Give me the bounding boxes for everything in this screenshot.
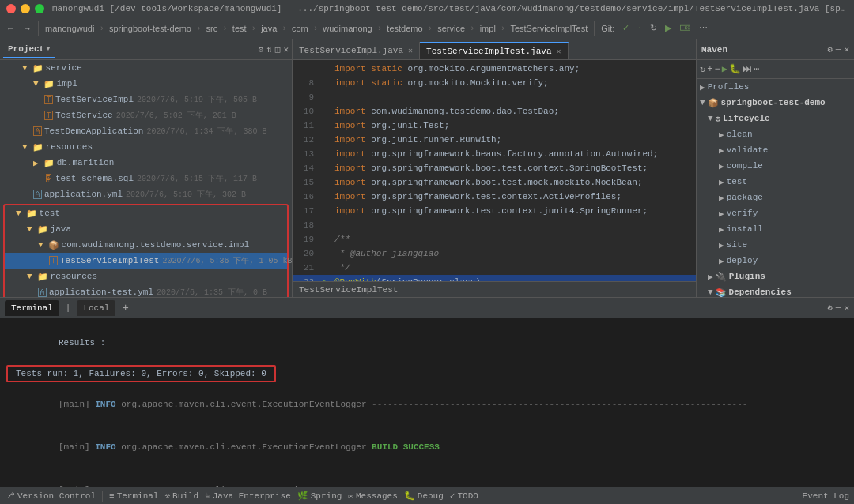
- testdemo-btn[interactable]: testdemo: [384, 21, 425, 36]
- maven-install[interactable]: ▶ install: [697, 221, 854, 237]
- tree-java-folder[interactable]: ▼ 📁 java: [5, 221, 287, 237]
- maven-profiles[interactable]: ▶ Profiles: [697, 79, 854, 95]
- maven-verify[interactable]: ▶ verify: [697, 205, 854, 221]
- maven-site[interactable]: ▶ site: [697, 237, 854, 253]
- status-git-label: Version Control: [17, 491, 96, 501]
- repo-btn[interactable]: springboot-test-demo: [106, 21, 195, 36]
- wudimanong-btn[interactable]: wudimanong: [319, 21, 375, 36]
- git-refresh-icon[interactable]: ↻: [647, 21, 660, 36]
- maven-run-icon[interactable]: ▶: [722, 63, 727, 75]
- status-terminal[interactable]: ≡ Terminal: [109, 491, 158, 501]
- git-arrow-icon[interactable]: ↑: [634, 21, 645, 36]
- status-git[interactable]: ⎇ Version Control: [5, 491, 96, 501]
- tree-resources2[interactable]: ▼ 📁 resources: [5, 269, 287, 284]
- tab-testserviceimpl[interactable]: TestServiceImpl.java ✕: [293, 42, 420, 59]
- project-tab[interactable]: Project: [8, 44, 44, 54]
- git-label[interactable]: Git:: [598, 21, 618, 36]
- project-name-btn[interactable]: manongwudi: [42, 21, 97, 36]
- maven-test[interactable]: ▶ test: [697, 174, 854, 190]
- maven-add-icon[interactable]: +: [707, 64, 712, 75]
- java-btn[interactable]: java: [258, 21, 280, 36]
- status-build[interactable]: ⚒ Build: [164, 491, 198, 501]
- new-terminal-button[interactable]: +: [119, 302, 131, 314]
- maven-run-debug-icon[interactable]: 🐛: [729, 63, 741, 75]
- tree-testserviceimpl[interactable]: 🅃 TestServiceImpl 2020/7/6, 5:19 下午, 505…: [0, 92, 292, 107]
- project-collapse-icon[interactable]: ◫: [275, 44, 281, 55]
- maven-clean[interactable]: ▶ clean: [697, 126, 854, 142]
- status-java-enterprise[interactable]: ☕ Java Enterprise: [205, 491, 291, 501]
- tree-applicationyml[interactable]: 🄰 application.yml 2020/7/6, 5:10 下午, 302…: [0, 186, 292, 202]
- run-btn[interactable]: ▶: [662, 21, 675, 36]
- service-btn[interactable]: service: [434, 21, 468, 36]
- tree-applicationtest[interactable]: 🄰 application-test.yml 2020/7/6, 1:35 下午…: [5, 284, 287, 297]
- tree-testschemasql[interactable]: 🗄 test-schema.sql 2020/7/6, 5:15 下午, 117…: [0, 171, 292, 186]
- test-btn[interactable]: test: [229, 21, 250, 36]
- tree-service[interactable]: ▼ 📁 service: [0, 60, 292, 76]
- tab-testserviceimpltest[interactable]: TestServiceImplTest.java ✕: [420, 42, 568, 59]
- chevron-down-icon: ▼: [700, 98, 705, 107]
- tree-item-label: db.marition: [57, 158, 115, 167]
- maven-package[interactable]: ▶ package: [697, 190, 854, 205]
- status-event-log[interactable]: Event Log: [803, 491, 849, 501]
- project-sync-icon[interactable]: ⇅: [266, 44, 272, 55]
- build-status-icon: ⚒: [164, 491, 170, 501]
- maven-dependencies-section[interactable]: ▼ 📚 Dependencies: [697, 284, 854, 297]
- project-dropdown-icon[interactable]: ▼: [46, 45, 50, 53]
- impl-btn[interactable]: impl: [477, 21, 499, 36]
- terminal-gear-icon[interactable]: ⚙: [827, 303, 833, 313]
- git-check-icon[interactable]: ✓: [619, 21, 633, 36]
- minimize-button[interactable]: [21, 4, 30, 13]
- run-icon: ▶: [719, 209, 724, 219]
- maven-compile[interactable]: ▶ compile: [697, 158, 854, 174]
- status-todo[interactable]: ✓ TODO: [450, 491, 478, 501]
- close-button[interactable]: [6, 4, 16, 13]
- tree-testserviceimpltest[interactable]: 🅃 TestServiceImplTest 2020/7/6, 5:36 下午,…: [5, 253, 287, 269]
- tree-dbmarition[interactable]: ▶ 📁 db.marition: [0, 155, 292, 171]
- tab-close-icon2[interactable]: ✕: [557, 47, 561, 56]
- terminal-minimize-icon[interactable]: —: [836, 303, 841, 313]
- tree-testservice[interactable]: 🅃 TestService 2020/7/6, 5:02 下午, 201 B: [0, 107, 292, 123]
- tab-local[interactable]: Local: [77, 300, 115, 316]
- status-messages[interactable]: ✉ Messages: [348, 491, 397, 501]
- debug-btn[interactable]: 🀶: [676, 21, 694, 36]
- tree-test-folder[interactable]: ▼ 📁 test: [5, 205, 287, 221]
- terminal-content[interactable]: Results : Tests run: 1, Failures: 0, Err…: [0, 318, 854, 487]
- maven-project[interactable]: ▼ 📦 springboot-test-demo: [697, 95, 854, 111]
- tab-terminal[interactable]: Terminal: [5, 300, 59, 316]
- tree-resources[interactable]: ▼ 📁 resources: [0, 139, 292, 155]
- file-meta: 2020/7/6, 5:15 下午, 117 B: [137, 173, 257, 184]
- maximize-button[interactable]: [35, 4, 44, 13]
- maven-deploy[interactable]: ▶ deploy: [697, 253, 854, 269]
- maven-validate[interactable]: ▶ validate: [697, 142, 854, 158]
- tab-close-icon[interactable]: ✕: [408, 46, 413, 55]
- project-close-icon[interactable]: ✕: [283, 44, 289, 55]
- more-btn[interactable]: ⋯: [696, 21, 711, 36]
- maven-more-icon[interactable]: ⋯: [754, 63, 759, 75]
- com-btn[interactable]: com: [289, 21, 312, 36]
- maven-minimize-icon[interactable]: —: [836, 44, 841, 55]
- folder-icon: ▼: [22, 63, 28, 73]
- tree-package[interactable]: ▼ 📦 com.wudimanong.testdemo.service.impl: [5, 237, 287, 253]
- maven-skip-icon[interactable]: ⏭: [743, 63, 752, 75]
- code-line: 8 import static org.mockito.Mockito.veri…: [293, 76, 696, 90]
- forward-button[interactable]: →: [20, 21, 35, 36]
- editor-content[interactable]: import static org.mockito.ArgumentMatche…: [293, 60, 696, 281]
- maven-settings-icon[interactable]: ⚙: [827, 44, 833, 55]
- status-debug[interactable]: 🐛 Debug: [404, 491, 444, 501]
- maven-close-icon[interactable]: ✕: [844, 44, 849, 55]
- tree-impl[interactable]: ▼ 📁 impl: [0, 76, 292, 92]
- maven-refresh-icon[interactable]: ↻: [700, 63, 705, 75]
- status-spring[interactable]: 🌿 Spring: [297, 491, 342, 501]
- tree-testdemoapplication[interactable]: 🄰 TestDemoApplication 2020/7/6, 1:34 下午,…: [0, 123, 292, 139]
- back-button[interactable]: ←: [3, 21, 18, 36]
- maven-lifecycle-section[interactable]: ▼ ⚙ Lifecycle: [697, 111, 854, 126]
- maven-plugins-section[interactable]: ▶ 🔌 Plugins: [697, 269, 854, 284]
- java-enterprise-icon: ☕: [205, 491, 210, 501]
- project-settings-icon[interactable]: ⚙: [259, 44, 264, 55]
- java-file-icon: 🄰: [33, 126, 42, 137]
- terminal-separator: |: [66, 303, 71, 313]
- src-btn[interactable]: src: [203, 21, 221, 36]
- terminal-close-icon[interactable]: ✕: [844, 303, 849, 313]
- maven-remove-icon[interactable]: −: [714, 64, 720, 75]
- classname-btn[interactable]: TestServiceImplTest: [507, 21, 591, 36]
